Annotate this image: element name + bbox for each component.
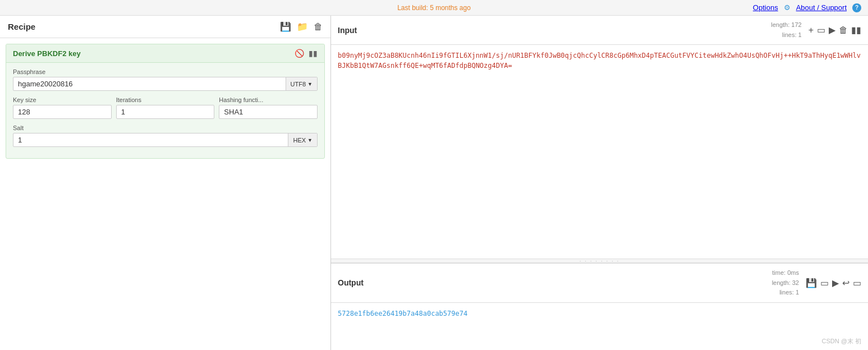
fields-row: Key size 128 Iterations 1 Hashing functi… [13, 96, 318, 119]
input-length-value: 172 [791, 21, 801, 28]
hashing-col: Hashing functi... SHA1 [219, 96, 318, 119]
passphrase-field: hgame20020816 UTF8 ▼ [13, 77, 318, 91]
operation-card: Derive PBKDF2 key 🚫 ▮▮ Passphrase hgame2… [6, 44, 325, 159]
output-section: Output time: 0ms length: 32 lines: 1 💾 [331, 263, 868, 350]
main-layout: Recipe 💾 📁 🗑 Derive PBKDF2 key 🚫 ▮▮ Pass… [0, 16, 868, 350]
input-open-icon[interactable]: ▭ [817, 25, 825, 35]
input-clear-icon[interactable]: 🗑 [839, 25, 848, 35]
operation-title: Derive PBKDF2 key [13, 49, 81, 58]
output-actions: 💾 ▭ ▶ ↩ ▭ [806, 278, 861, 288]
salt-encoding-dropdown[interactable]: HEX ▼ [288, 133, 317, 146]
iterations-input[interactable]: 1 [116, 105, 215, 119]
input-add-icon[interactable]: + [809, 25, 814, 35]
hashing-label: Hashing functi... [219, 96, 318, 103]
output-lines-label: lines: [779, 289, 794, 296]
iterations-label: Iterations [116, 96, 215, 103]
right-panel: Input length: 172 lines: 1 + ▭ ▶ 🗑 ▮ [331, 16, 868, 350]
passphrase-encoding-arrow: ▼ [307, 81, 313, 87]
output-lines-value: 1 [796, 289, 799, 296]
output-time-value: 0ms [787, 269, 799, 276]
input-length-label: length: [771, 21, 789, 28]
output-title: Output [338, 278, 364, 287]
output-undo-icon[interactable]: ↩ [842, 278, 849, 288]
input-lines-value: 1 [798, 31, 802, 38]
passphrase-encoding-dropdown[interactable]: UTF8 ▼ [286, 77, 317, 90]
delete-icon[interactable]: 🗑 [314, 22, 323, 32]
output-header-right: time: 0ms length: 32 lines: 1 💾 ▭ ▶ ↩ [772, 268, 861, 298]
key-size-input[interactable]: 128 [13, 105, 112, 119]
key-size-label: Key size [13, 96, 112, 103]
recipe-header: Recipe 💾 📁 🗑 [0, 16, 330, 38]
output-copy-icon[interactable]: ▭ [820, 278, 829, 288]
output-save-icon[interactable]: 💾 [806, 278, 817, 288]
recipe-title: Recipe [8, 22, 35, 31]
input-content[interactable]: b09nyMj9cOZ3aB8KUcnh46nIi9fGTIL6XjnnW1/s… [331, 45, 868, 259]
recipe-icons: 💾 📁 🗑 [280, 21, 323, 32]
about-link[interactable]: About / Support [796, 3, 847, 12]
output-content[interactable]: 5728e1fb6ee26419b7a48a0cab579e74 [331, 303, 868, 350]
passphrase-label: Passphrase [13, 68, 318, 75]
output-meta: time: 0ms length: 32 lines: 1 [772, 268, 799, 298]
salt-encoding-arrow: ▼ [307, 137, 313, 143]
iterations-col: Iterations 1 [116, 96, 215, 119]
left-panel: Recipe 💾 📁 🗑 Derive PBKDF2 key 🚫 ▮▮ Pass… [0, 16, 331, 350]
input-header-right: length: 172 lines: 1 + ▭ ▶ 🗑 ▮▮ [771, 20, 861, 40]
input-section: Input length: 172 lines: 1 + ▭ ▶ 🗑 ▮ [331, 16, 868, 259]
hashing-input[interactable]: SHA1 [219, 105, 318, 119]
save-icon[interactable]: 💾 [280, 21, 291, 32]
salt-label: Salt [13, 125, 318, 131]
input-header: Input length: 172 lines: 1 + ▭ ▶ 🗑 ▮ [331, 16, 868, 45]
watermark: CSDN @末 初 [822, 337, 861, 346]
output-length-value: 32 [792, 279, 799, 286]
output-header: Output time: 0ms length: 32 lines: 1 💾 [331, 264, 868, 303]
salt-encoding-label: HEX [293, 137, 306, 144]
passphrase-group: Passphrase hgame20020816 UTF8 ▼ [13, 68, 318, 91]
output-length-label: length: [772, 279, 791, 286]
operation-body: Passphrase hgame20020816 UTF8 ▼ Key size… [6, 63, 324, 158]
operation-card-header: Derive PBKDF2 key 🚫 ▮▮ [6, 44, 324, 63]
key-size-col: Key size 128 [13, 96, 112, 119]
salt-group: Salt 1 HEX ▼ [13, 125, 318, 147]
passphrase-encoding-label: UTF8 [291, 81, 306, 88]
input-actions: + ▭ ▶ 🗑 ▮▮ [809, 25, 861, 35]
output-expand-icon[interactable]: ▭ [853, 278, 861, 288]
help-icon[interactable]: ? [852, 3, 861, 12]
input-paste-icon[interactable]: ▶ [829, 25, 835, 35]
input-lines-label: lines: [782, 31, 797, 38]
last-build-text: Last build: 5 months ago [397, 4, 471, 12]
passphrase-value[interactable]: hgame20020816 [13, 77, 286, 90]
folder-icon[interactable]: 📁 [297, 21, 308, 32]
output-replace-icon[interactable]: ▶ [832, 278, 839, 288]
pause-icon[interactable]: ▮▮ [309, 49, 318, 58]
operation-icons: 🚫 ▮▮ [295, 49, 318, 58]
panel-divider[interactable]: · · · · · · · · [331, 259, 868, 263]
salt-field: 1 HEX ▼ [13, 133, 318, 147]
input-meta: length: 172 lines: 1 [771, 20, 801, 40]
disable-icon[interactable]: 🚫 [295, 49, 304, 58]
options-link[interactable]: Options [753, 3, 778, 12]
salt-value[interactable]: 1 [13, 133, 288, 146]
gear-icon[interactable]: ⚙ [784, 3, 791, 12]
output-time-label: time: [772, 269, 786, 276]
input-layout-icon[interactable]: ▮▮ [851, 25, 861, 35]
input-title: Input [338, 26, 357, 35]
top-bar: Last build: 5 months ago Options ⚙ About… [0, 0, 868, 16]
